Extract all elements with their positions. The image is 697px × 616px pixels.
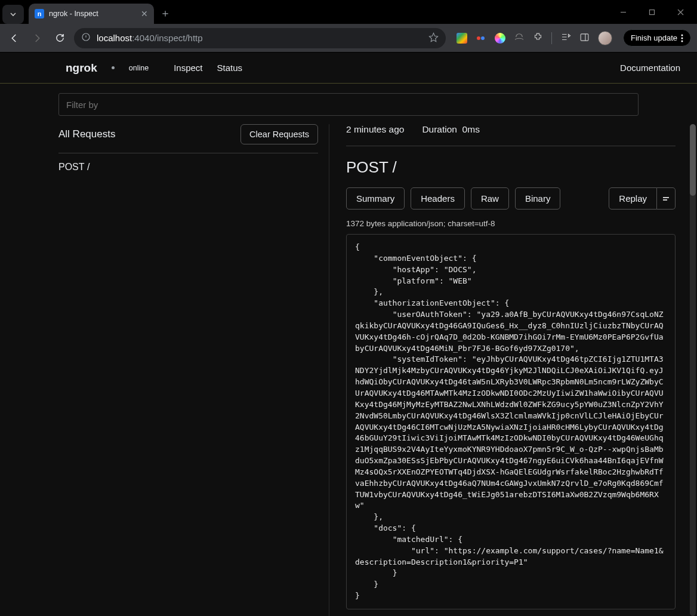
nav-inspect[interactable]: Inspect: [174, 63, 202, 73]
browser-titlebar: n ngrok - Inspect ✕ ＋: [0, 0, 697, 24]
tab-close-icon[interactable]: ✕: [141, 9, 148, 19]
detail-meta: 2 minutes ago Duration 0ms: [346, 124, 676, 146]
clear-requests-button[interactable]: Clear Requests: [240, 124, 318, 144]
window-minimize-button[interactable]: [610, 4, 636, 20]
request-age: 2 minutes ago: [346, 124, 404, 135]
status-text: online: [129, 64, 149, 72]
svg-point-3: [681, 34, 683, 36]
svg-rect-0: [649, 10, 654, 14]
content-meta: 1372 bytes application/json; charset=utf…: [346, 219, 676, 228]
filter-row: [0, 93, 697, 116]
new-tab-button[interactable]: ＋: [160, 6, 171, 20]
back-button[interactable]: [6, 30, 23, 47]
requests-title: All Requests: [58, 128, 115, 140]
status-dot-icon: [112, 66, 115, 69]
forward-button[interactable]: [29, 30, 45, 47]
extension-icons: [457, 31, 612, 45]
tab-binary[interactable]: Binary: [515, 187, 561, 210]
url-text: localhost:4040/inspect/http: [97, 33, 203, 43]
tab-headers[interactable]: Headers: [411, 187, 465, 210]
app-header: ngrok online Inspect Status Documentatio…: [0, 53, 697, 84]
filter-input[interactable]: [58, 93, 639, 116]
reload-button[interactable]: [51, 30, 68, 47]
finish-update-label: Finish update: [631, 33, 677, 42]
detail-title: POST /: [346, 158, 676, 177]
finish-update-button[interactable]: Finish update: [623, 29, 691, 47]
side-panel-icon[interactable]: [579, 32, 590, 44]
app-body: All Requests Clear Requests POST / 2 min…: [0, 84, 697, 616]
svg-point-5: [681, 40, 683, 42]
scrollbar[interactable]: [690, 124, 696, 616]
address-bar[interactable]: localhost:4040/inspect/http: [74, 28, 446, 48]
tab-title: ngrok - Inspect: [49, 10, 98, 18]
site-info-icon[interactable]: [81, 32, 91, 44]
window-controls: [610, 4, 693, 20]
bookmark-icon[interactable]: [428, 32, 439, 44]
tab-raw[interactable]: Raw: [471, 187, 509, 210]
toolbar-separator: [551, 32, 552, 44]
request-path: /: [87, 162, 90, 172]
extensions-menu-icon[interactable]: [533, 32, 543, 44]
profile-avatar[interactable]: [598, 31, 612, 45]
request-row[interactable]: POST /: [58, 153, 318, 181]
favicon-icon: n: [35, 9, 44, 19]
detail-tabs: Summary Headers Raw Binary Replay: [346, 187, 676, 210]
window-maximize-button[interactable]: [639, 4, 665, 20]
app-root: ngrok online Inspect Status Documentatio…: [0, 53, 697, 616]
documentation-link[interactable]: Documentation: [620, 63, 680, 73]
duration: Duration 0ms: [422, 124, 480, 135]
extension-3-icon[interactable]: [495, 33, 505, 44]
window-close-button[interactable]: [667, 4, 693, 20]
request-method: POST: [58, 162, 85, 172]
browser-toolbar: localhost:4040/inspect/http Finish updat…: [0, 24, 697, 53]
replay-menu-button[interactable]: [657, 187, 676, 210]
extension-4-icon[interactable]: [514, 32, 525, 44]
extension-1-icon[interactable]: [457, 33, 467, 44]
tab-summary[interactable]: Summary: [346, 187, 405, 210]
extension-2-icon[interactable]: [476, 33, 486, 44]
requests-panel: All Requests Clear Requests POST /: [0, 124, 329, 616]
detail-panel: 2 minutes ago Duration 0ms POST / Summar…: [329, 124, 697, 616]
svg-rect-2: [581, 33, 588, 40]
media-control-icon[interactable]: [560, 32, 571, 44]
response-body[interactable]: { "commonEventObject": { "hostApp": "DOC…: [346, 234, 676, 609]
nav-status[interactable]: Status: [217, 63, 243, 73]
brand: ngrok: [66, 61, 97, 75]
browser-tab[interactable]: n ngrok - Inspect ✕: [29, 4, 154, 24]
replay-button[interactable]: Replay: [609, 187, 657, 210]
tab-search-dropdown[interactable]: [2, 5, 24, 24]
svg-point-4: [681, 37, 683, 39]
